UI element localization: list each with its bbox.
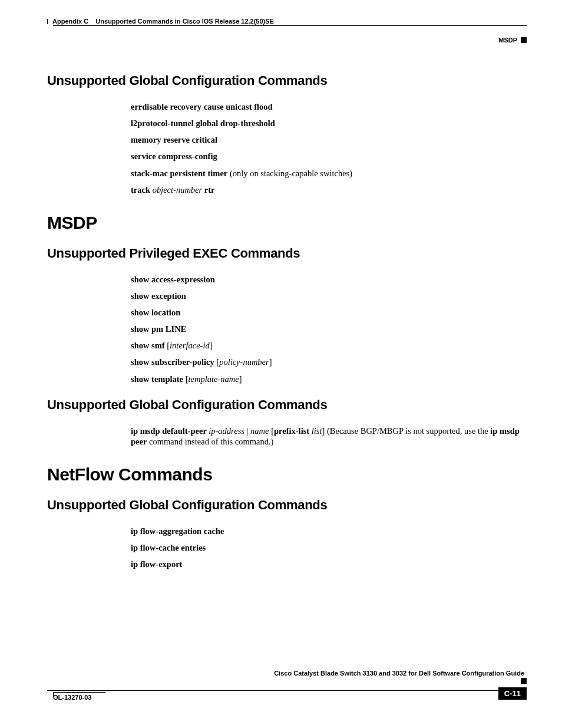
command-block-3: ip msdp default-peer ip-address | name [… <box>131 426 527 447</box>
content: Unsupported Global Configuration Command… <box>47 73 527 569</box>
heading-global-config-3: Unsupported Global Configuration Command… <box>47 498 527 513</box>
command-text: show smf [interface-id] <box>131 340 527 351</box>
header-title: Unsupported Commands in Cisco IOS Releas… <box>95 18 274 25</box>
command-text: show template [template-name] <box>131 374 527 384</box>
spacer <box>88 18 95 25</box>
command-text: show access-expression <box>131 274 527 285</box>
command-block-4: ip flow-aggregation cache ip flow-cache … <box>131 526 527 569</box>
heading-global-config-1: Unsupported Global Configuration Command… <box>47 73 527 88</box>
appendix-label: Appendix C <box>52 18 88 25</box>
header-rule <box>53 25 527 26</box>
heading-msdp: MSDP <box>47 213 527 233</box>
command-block-2: show access-expression show exception sh… <box>131 274 527 384</box>
section-indicator: MSDP <box>47 37 527 44</box>
section-label: MSDP <box>498 37 517 44</box>
square-marker-icon <box>521 37 527 43</box>
footer: Cisco Catalyst Blade Switch 3130 and 303… <box>47 670 527 701</box>
book-title: Cisco Catalyst Blade Switch 3130 and 303… <box>47 670 524 677</box>
heading-netflow: NetFlow Commands <box>47 465 527 485</box>
command-text: ip flow-export <box>131 559 527 569</box>
page: Appendix C Unsupported Commands in Cisco… <box>0 0 562 713</box>
command-text: memory reserve critical <box>131 134 527 145</box>
footer-rule-row <box>47 678 527 691</box>
square-marker-icon <box>521 678 527 684</box>
command-text: show exception <box>131 291 527 301</box>
command-text: track object-number rtr <box>131 185 527 195</box>
command-text: show location <box>131 307 527 318</box>
page-number-badge: C-11 <box>498 687 527 700</box>
command-text: show pm LINE <box>131 324 527 334</box>
command-text: errdisable recovery cause unicast flood <box>131 101 527 112</box>
command-text: stack-mac persistent timer (only on stac… <box>131 168 527 179</box>
header-tick-icon <box>47 19 48 24</box>
running-header: Appendix C Unsupported Commands in Cisco… <box>47 18 527 25</box>
footer-lower: OL-13270-03 C-11 <box>47 692 527 701</box>
command-text: l2protocol-tunnel global drop-threshold <box>131 118 527 129</box>
heading-priv-exec: Unsupported Privileged EXEC Commands <box>47 246 527 261</box>
command-text: service compress-config <box>131 151 527 162</box>
command-block-1: errdisable recovery cause unicast flood … <box>131 101 527 195</box>
command-text: show subscriber-policy [policy-number] <box>131 357 527 367</box>
footer-rule <box>47 690 518 691</box>
heading-global-config-2: Unsupported Global Configuration Command… <box>47 397 527 413</box>
document-id: OL-13270-03 <box>53 692 105 701</box>
command-text: ip flow-cache entries <box>131 542 527 553</box>
command-paragraph: ip msdp default-peer ip-address | name [… <box>131 426 527 447</box>
command-text: ip flow-aggregation cache <box>131 526 527 536</box>
